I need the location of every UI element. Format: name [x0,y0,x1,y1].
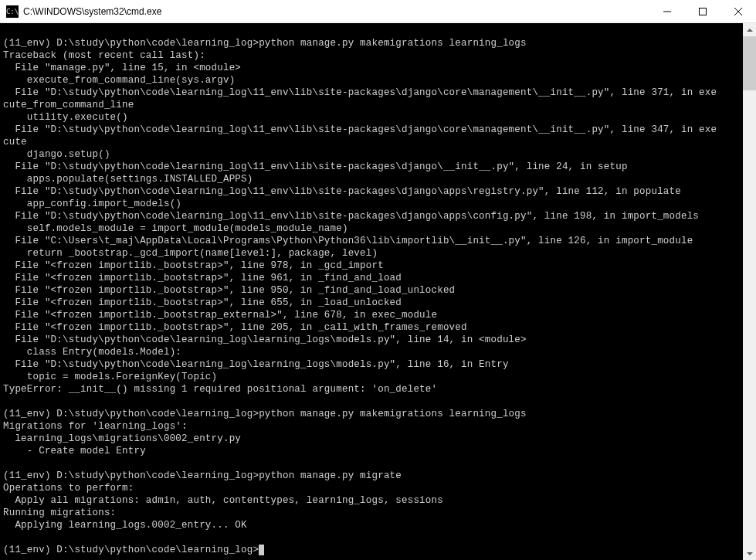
terminal-output[interactable]: (11_env) D:\study\python\code\learning_l… [0,23,756,560]
scrollbar-thumb[interactable] [743,36,756,90]
scrollbar-down-arrow[interactable] [743,547,756,560]
maximize-button[interactable] [685,0,720,23]
window-controls [649,0,756,22]
scrollbar-up-arrow[interactable] [743,23,756,36]
close-button[interactable] [720,0,756,23]
window-title: C:\WINDOWS\system32\cmd.exe [23,6,649,17]
terminal-text: (11_env) D:\study\python\code\learning_l… [3,38,717,555]
svg-rect-1 [700,8,707,15]
text-cursor [259,545,264,555]
cmd-icon: C:\ [6,5,19,18]
title-bar: C:\ C:\WINDOWS\system32\cmd.exe [0,0,756,23]
svg-marker-5 [747,552,753,555]
cmd-icon-text: C:\ [6,8,19,15]
minimize-button[interactable] [649,0,685,23]
svg-marker-4 [747,29,753,32]
scrollbar-vertical[interactable] [743,23,756,560]
